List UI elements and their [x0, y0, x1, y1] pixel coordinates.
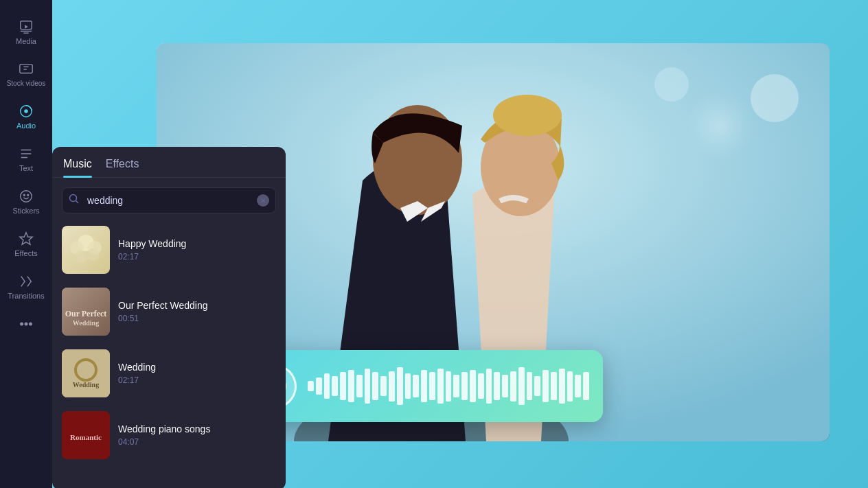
svg-point-21 [21, 323, 23, 325]
track-title: Happy Wedding [118, 238, 276, 249]
track-title: Wedding piano songs [118, 423, 276, 434]
track-item[interactable]: Wedding Wedding 02:17 [58, 344, 280, 403]
track-list: Happy Wedding 02:17 Our PerfectWedding O… [52, 220, 286, 488]
svg-point-23 [70, 195, 77, 202]
track-duration: 02:17 [118, 252, 276, 262]
svg-text:Our Perfect: Our Perfect [65, 309, 107, 318]
track-item[interactable]: Happy Wedding 02:17 [58, 220, 280, 279]
stock-icon [19, 62, 34, 77]
track-duration: 02:17 [118, 375, 276, 385]
sidebar-label-audio: Audio [16, 121, 36, 130]
sidebar-item-stock-videos[interactable]: Stock videos [3, 56, 49, 93]
svg-text:Wedding: Wedding [73, 381, 99, 388]
sidebar-item-stickers[interactable]: Stickers [3, 183, 49, 220]
sidebar-item-media[interactable]: Media [3, 14, 49, 51]
track-thumbnail: Our PerfectWedding [62, 288, 110, 336]
svg-marker-19 [20, 233, 32, 244]
track-item[interactable]: Romantic Wedding piano songs 04:07 [58, 406, 280, 465]
track-duration: 04:07 [118, 437, 276, 447]
tab-effects[interactable]: Effects [106, 158, 139, 177]
search-box: ✕ [62, 187, 276, 213]
sidebar-item-text[interactable]: Text [3, 141, 49, 178]
svg-point-1 [685, 91, 754, 160]
audio-player [239, 350, 603, 422]
track-item[interactable]: Our PerfectWedding Our Perfect Wedding 0… [58, 282, 280, 341]
track-thumbnail [62, 226, 110, 274]
audio-sidebar-icon [19, 104, 34, 119]
sidebar-label-stickers: Stickers [12, 207, 39, 215]
track-info: Our Perfect Wedding 00:51 [118, 300, 276, 323]
track-info: Wedding 02:17 [118, 362, 276, 385]
svg-point-15 [24, 109, 28, 113]
sidebar-label-effects: Effects [14, 249, 37, 257]
sidebar-label-media: Media [16, 37, 36, 45]
effects-icon [19, 231, 34, 246]
track-info: Wedding piano songs 04:07 [118, 423, 276, 447]
sidebar-item-effects[interactable]: Effects [3, 226, 49, 263]
svg-text:Wedding: Wedding [73, 319, 99, 327]
svg-point-16 [21, 191, 32, 202]
svg-text:Romantic: Romantic [70, 433, 102, 441]
more-icon [19, 316, 34, 332]
svg-rect-10 [21, 21, 32, 30]
track-thumbnail: Romantic [62, 411, 110, 459]
sidebar-label-text: Text [19, 164, 33, 172]
search-icon [69, 194, 80, 207]
sidebar-label-stock: Stock videos [7, 80, 46, 87]
search-input[interactable] [62, 187, 276, 213]
media-icon [19, 19, 34, 34]
sidebar-item-transitions[interactable]: Transitions [3, 268, 49, 305]
svg-point-18 [27, 194, 29, 196]
svg-point-28 [87, 248, 99, 261]
svg-point-2 [751, 74, 799, 122]
text-icon [19, 146, 34, 161]
audio-panel: Music Effects ✕ Happy Wedding 02:17 Our … [52, 147, 286, 488]
track-title: Wedding [118, 362, 276, 373]
transitions-icon [19, 274, 34, 289]
svg-point-27 [75, 251, 87, 263]
track-info: Happy Wedding 02:17 [118, 238, 276, 262]
stickers-icon [19, 189, 34, 204]
sidebar-item-audio[interactable]: Audio [3, 98, 49, 135]
track-thumbnail: Wedding [62, 349, 110, 397]
sidebar-item-more[interactable] [3, 311, 49, 337]
svg-point-3 [654, 67, 689, 102]
svg-point-20 [25, 323, 27, 325]
svg-rect-32 [62, 349, 110, 397]
search-clear-button[interactable]: ✕ [257, 194, 269, 207]
svg-point-7 [493, 95, 562, 136]
svg-point-17 [23, 194, 25, 196]
waveform [308, 366, 589, 407]
svg-point-22 [30, 323, 32, 325]
sidebar: Media Stock videos Audio Text [0, 0, 52, 488]
svg-rect-11 [20, 65, 32, 73]
panel-tabs: Music Effects [52, 147, 286, 178]
tab-music[interactable]: Music [63, 158, 92, 177]
track-title: Our Perfect Wedding [118, 300, 276, 311]
track-duration: 00:51 [118, 314, 276, 323]
sidebar-label-transitions: Transitions [8, 292, 44, 300]
